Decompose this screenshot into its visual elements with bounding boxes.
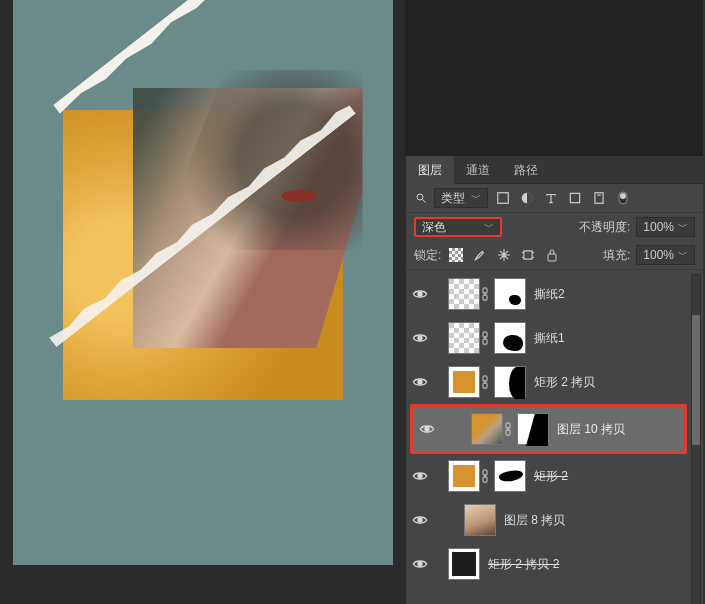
svg-point-16: [418, 292, 422, 296]
visibility-toggle[interactable]: [406, 558, 434, 570]
chevron-down-icon: ﹀: [678, 248, 688, 262]
layer-name: 矩形 2: [534, 468, 568, 485]
opacity-label: 不透明度:: [579, 219, 630, 236]
selected-layer-highlight: 图层 10 拷贝: [410, 404, 687, 454]
link-icon: [480, 331, 490, 345]
opacity-value: 100%: [643, 220, 674, 234]
svg-point-37: [418, 562, 422, 566]
layer-row[interactable]: 撕纸2: [406, 272, 691, 316]
layer-row[interactable]: 撕纸1: [406, 316, 691, 360]
layer-row[interactable]: 矩形 2 拷贝 2: [406, 542, 691, 586]
svg-point-20: [418, 336, 422, 340]
scrollbar-thumb[interactable]: [692, 315, 700, 445]
layer-mask-thumbnail[interactable]: [494, 322, 526, 354]
opacity-value-dropdown[interactable]: 100% ﹀: [636, 217, 695, 237]
layer-name: 矩形 2 拷贝: [534, 374, 595, 391]
chevron-down-icon: ﹀: [471, 191, 481, 205]
svg-rect-15: [548, 254, 556, 261]
filter-toggle-icon[interactable]: [614, 189, 632, 207]
svg-point-36: [418, 518, 422, 522]
visibility-toggle[interactable]: [406, 332, 434, 344]
photo-lip-accent: [281, 190, 317, 202]
canvas-area: [0, 0, 405, 604]
layer-name: 图层 8 拷贝: [504, 512, 565, 529]
chevron-down-icon: ﹀: [484, 220, 494, 234]
visibility-toggle[interactable]: [406, 514, 434, 526]
link-icon: [480, 287, 490, 301]
layer-mask-thumbnail[interactable]: [494, 460, 526, 492]
visibility-toggle[interactable]: [413, 423, 441, 435]
lock-artboard-icon[interactable]: [519, 246, 537, 264]
filter-pixel-icon[interactable]: [494, 189, 512, 207]
tab-channels[interactable]: 通道: [454, 156, 502, 184]
fill-value-dropdown[interactable]: 100% ﹀: [636, 245, 695, 265]
blend-mode-dropdown[interactable]: 深色 ﹀: [414, 217, 502, 237]
lock-row: 锁定: 填充: 100% ﹀: [406, 241, 703, 270]
layer-row[interactable]: 图层 10 拷贝: [413, 407, 684, 451]
fill-value: 100%: [643, 248, 674, 262]
filter-adjust-icon[interactable]: [518, 189, 536, 207]
layer-mask-thumbnail[interactable]: [494, 278, 526, 310]
lock-label: 锁定:: [414, 247, 441, 264]
svg-point-24: [418, 380, 422, 384]
link-icon: [480, 375, 490, 389]
layer-name: 图层 10 拷贝: [557, 421, 625, 438]
search-icon: [414, 191, 428, 205]
svg-rect-5: [595, 193, 603, 204]
filter-smart-icon[interactable]: [590, 189, 608, 207]
tab-layers[interactable]: 图层: [406, 156, 454, 184]
fill-label: 填充:: [603, 247, 630, 264]
filter-kind-dropdown[interactable]: 类型 ﹀: [434, 188, 488, 208]
chevron-down-icon: ﹀: [678, 220, 688, 234]
layer-name: 矩形 2 拷贝 2: [488, 556, 559, 573]
layer-name: 撕纸2: [534, 286, 565, 303]
lock-all-icon[interactable]: [543, 246, 561, 264]
svg-rect-14: [524, 251, 532, 259]
filter-kind-label: 类型: [441, 190, 465, 207]
layers-list: 撕纸2撕纸1矩形 2 拷贝图层 10 拷贝矩形 2图层 8 拷贝矩形 2 拷贝 …: [406, 272, 691, 604]
artboard: [13, 0, 393, 565]
visibility-toggle[interactable]: [406, 288, 434, 300]
visibility-toggle[interactable]: [406, 376, 434, 388]
svg-point-0: [417, 194, 423, 200]
svg-line-1: [423, 200, 426, 203]
layer-mask-thumbnail[interactable]: [494, 366, 526, 398]
link-icon: [503, 422, 513, 436]
panel-tabs: 图层 通道 路径: [406, 156, 703, 184]
panel-collapsed-area: [405, 0, 703, 156]
lock-transparency-icon[interactable]: [447, 246, 465, 264]
svg-rect-4: [570, 193, 579, 202]
filter-type-icon[interactable]: [542, 189, 560, 207]
layer-row[interactable]: 矩形 2: [406, 454, 691, 498]
layer-mask-thumbnail[interactable]: [517, 413, 549, 445]
svg-rect-9: [449, 248, 463, 262]
filter-shape-icon[interactable]: [566, 189, 584, 207]
svg-rect-2: [498, 193, 509, 204]
scrollbar-vertical[interactable]: [691, 274, 701, 604]
filter-row: 类型 ﹀: [406, 184, 703, 213]
blend-row: 深色 ﹀ 不透明度: 100% ﹀: [406, 213, 703, 241]
svg-point-28: [425, 427, 429, 431]
svg-point-8: [620, 193, 626, 199]
svg-point-32: [418, 474, 422, 478]
lock-position-icon[interactable]: [495, 246, 513, 264]
layer-row[interactable]: 矩形 2 拷贝: [406, 360, 691, 404]
layer-row[interactable]: 图层 8 拷贝: [406, 498, 691, 542]
visibility-toggle[interactable]: [406, 470, 434, 482]
layers-panel: 图层 通道 路径 类型 ﹀ 深: [405, 156, 703, 604]
link-icon: [480, 469, 490, 483]
layer-name: 撕纸1: [534, 330, 565, 347]
tab-paths[interactable]: 路径: [502, 156, 550, 184]
lock-brush-icon[interactable]: [471, 246, 489, 264]
blend-mode-value: 深色: [422, 219, 446, 236]
